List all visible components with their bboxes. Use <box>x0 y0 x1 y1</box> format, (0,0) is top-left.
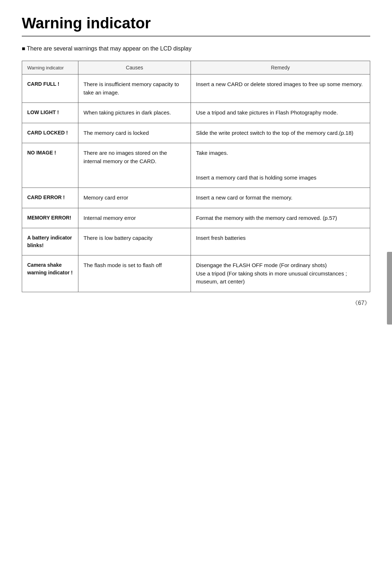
remedy-cell: Format the memory with the memory card r… <box>191 208 370 228</box>
intro-text: There are several warnings that may appe… <box>22 45 370 52</box>
remedy-cell: Insert a new CARD or delete stored image… <box>191 74 370 103</box>
remedy-cell: Insert fresh batteries <box>191 228 370 255</box>
cause-cell: There is insufficient memory capacity to… <box>78 74 191 103</box>
table-row: CARD FULL !There is insufficient memory … <box>22 74 370 103</box>
warning-indicator-cell: CARD ERROR ! <box>22 188 78 208</box>
warning-indicator-cell: Camera shake warning indicator ! <box>22 255 78 292</box>
warning-indicator-cell: LOW LIGHT ! <box>22 103 78 123</box>
page-title: Warning indicator <box>22 15 370 37</box>
remedy-cell: Use a tripod and take pictures in Flash … <box>191 103 370 123</box>
cause-cell: The flash mode is set to flash off <box>78 255 191 292</box>
table-row: LOW LIGHT !When taking pictures in dark … <box>22 103 370 123</box>
table-row: NO IMAGE !There are no images stored on … <box>22 143 370 188</box>
warning-indicator-table: Warning indicator Causes Remedy CARD FUL… <box>22 61 370 292</box>
warning-indicator-cell: CARD FULL ! <box>22 74 78 103</box>
scrollbar-indicator[interactable] <box>387 252 392 325</box>
cause-cell: When taking pictures in dark places. <box>78 103 191 123</box>
col-header-indicator: Warning indicator <box>22 61 78 74</box>
cause-cell: The memory card is locked <box>78 123 191 143</box>
page-number: 《67》 <box>22 299 370 307</box>
cause-cell: Internal memory error <box>78 208 191 228</box>
remedy-cell: Take images.Insert a memory card that is… <box>191 143 370 188</box>
cause-cell: There are no images stored on the intern… <box>78 143 191 188</box>
remedy-cell: Slide the write protect switch to the to… <box>191 123 370 143</box>
warning-indicator-cell: NO IMAGE ! <box>22 143 78 188</box>
table-row: MEMORY ERROR!Internal memory errorFormat… <box>22 208 370 228</box>
cause-cell: Memory card error <box>78 188 191 208</box>
cause-cell: There is low battery capacity <box>78 228 191 255</box>
table-row: CARD LOCKED !The memory card is lockedSl… <box>22 123 370 143</box>
table-row: CARD ERROR !Memory card errorInsert a ne… <box>22 188 370 208</box>
warning-indicator-cell: A battery indicator blinks! <box>22 228 78 255</box>
warning-indicator-cell: CARD LOCKED ! <box>22 123 78 143</box>
warning-indicator-cell: MEMORY ERROR! <box>22 208 78 228</box>
table-row: A battery indicator blinks!There is low … <box>22 228 370 255</box>
table-row: Camera shake warning indicator !The flas… <box>22 255 370 292</box>
col-header-causes: Causes <box>78 61 191 74</box>
remedy-cell: Insert a new card or format the memory. <box>191 188 370 208</box>
remedy-cell: Disengage the FLASH OFF mode (For ordina… <box>191 255 370 292</box>
col-header-remedy: Remedy <box>191 61 370 74</box>
